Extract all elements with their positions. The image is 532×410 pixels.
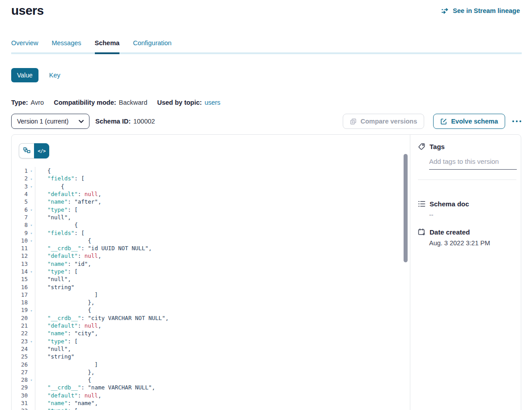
line-number: 31 [12,400,28,406]
tag-icon [418,143,426,150]
date-created-title: Date created [430,228,470,236]
calendar-plus-icon [418,228,426,236]
edit-icon [440,118,447,125]
schema-id-value: 100002 [133,118,155,125]
fold-spacer [28,325,35,326]
value-toggle-button[interactable]: Value [11,68,38,82]
fold-toggle-icon[interactable]: ▾ [28,168,35,173]
fold-toggle-icon[interactable]: ▾ [28,176,35,181]
line-number: 7 [12,214,28,221]
list-icon [418,201,426,207]
fold-toggle-icon[interactable]: ▾ [28,207,35,212]
line-number: 10 [12,237,28,244]
stream-lineage-icon [441,8,449,14]
topic-link[interactable]: users [204,99,220,106]
more-options-button[interactable] [512,120,522,123]
line-number: 24 [12,346,28,352]
fold-spacer [28,256,35,256]
fold-spacer [28,263,35,264]
fold-toggle-icon[interactable]: ▾ [28,377,35,382]
line-number: 4 [12,191,28,197]
line-number: 32 [12,407,28,410]
line-number: 28 [12,376,28,383]
fold-spacer [28,302,35,303]
type-label: Type: [11,99,28,106]
fold-spacer [28,194,35,195]
sidebar-divider [418,179,516,180]
schema-controls-row: Version 1 (current) Schema ID: 100002 Co… [11,114,522,129]
line-number: 18 [12,299,28,306]
copy-icon [350,118,357,125]
schema-meta-row: Type: Avro Compatibility mode: Backward … [11,99,221,106]
fold-toggle-icon[interactable]: ▾ [28,231,35,235]
see-in-stream-lineage-link[interactable]: See in Stream lineage [441,7,520,14]
line-number: 3 [12,183,28,190]
fold-spacer [28,372,35,372]
fold-spacer [28,356,35,357]
schema-id: Schema ID: 100002 [95,118,155,125]
line-number: 2 [12,175,28,182]
fold-spacer [28,248,35,249]
schema-panel: </> 1▾{2▾ "fields": [3▾ {4 "default": nu… [11,134,521,410]
ellipsis-icon [512,120,522,123]
tab-configuration[interactable]: Configuration [133,39,171,52]
tab-overview[interactable]: Overview [11,39,38,52]
code-view-button[interactable]: </> [34,143,49,158]
compare-versions-label: Compare versions [361,118,417,125]
date-created-value: Aug. 3 2022 3:21 PM [429,239,515,247]
schema-details-sidebar: Tags Schema doc -- [410,135,521,410]
fold-toggle-icon[interactable]: ▾ [28,238,35,243]
line-number: 29 [12,384,28,391]
line-number: 6 [12,206,28,213]
chevron-down-icon [79,120,84,123]
fold-toggle-icon[interactable]: ▾ [28,308,35,313]
line-number: 19 [12,307,28,313]
line-number: 13 [12,261,28,267]
line-number: 1 [12,167,28,174]
schema-id-label: Schema ID: [95,118,131,125]
fold-spacer [28,395,35,396]
tags-title: Tags [430,143,445,150]
editor-scrollbar-thumb[interactable] [404,154,408,262]
tags-section-header: Tags [418,143,515,150]
compatibility-value: Backward [119,99,148,106]
schema-doc-title: Schema doc [430,200,469,208]
type-value: Avro [31,99,44,106]
add-tags-input[interactable] [429,158,517,170]
line-number: 14 [12,268,28,275]
fold-toggle-icon[interactable]: ▾ [28,269,35,274]
line-number: 15 [12,276,28,282]
evolve-schema-button[interactable]: Evolve schema [433,114,505,129]
compare-versions-button[interactable]: Compare versions [343,114,425,129]
fold-toggle-icon[interactable]: ▾ [28,184,35,189]
line-number: 12 [12,252,28,259]
fold-spacer [28,279,35,280]
editor-view-toggle: </> [19,143,49,158]
key-toggle-button[interactable]: Key [49,72,60,79]
schema-doc-value: -- [429,211,515,218]
tree-view-button[interactable] [19,143,34,158]
compatibility-label: Compatibility mode: [54,99,116,106]
fold-toggle-icon[interactable]: ▾ [28,409,35,410]
fold-toggle-icon[interactable]: ▾ [28,339,35,344]
lineage-link-label: See in Stream lineage [453,7,520,14]
schema-doc-section-header: Schema doc [418,200,515,208]
tab-schema[interactable]: Schema [95,39,120,52]
page-title: users [11,4,44,18]
code-icon: </> [38,148,45,154]
version-select[interactable]: Version 1 (current) [11,114,89,129]
fold-spacer [28,317,35,318]
line-number: 26 [12,361,28,368]
fold-spacer [28,364,35,365]
value-key-toggle: Value Key [11,68,60,82]
line-number: 30 [12,392,28,399]
tree-view-icon [23,147,30,154]
line-number: 11 [12,245,28,252]
fold-spacer [28,201,35,202]
version-select-value: Version 1 (current) [17,118,68,125]
fold-toggle-icon[interactable]: ▾ [28,222,35,227]
fold-spacer [28,294,35,295]
tab-messages[interactable]: Messages [51,39,81,52]
tab-bar: Overview Messages Schema Configuration [11,39,522,54]
line-number: 8 [12,222,28,228]
